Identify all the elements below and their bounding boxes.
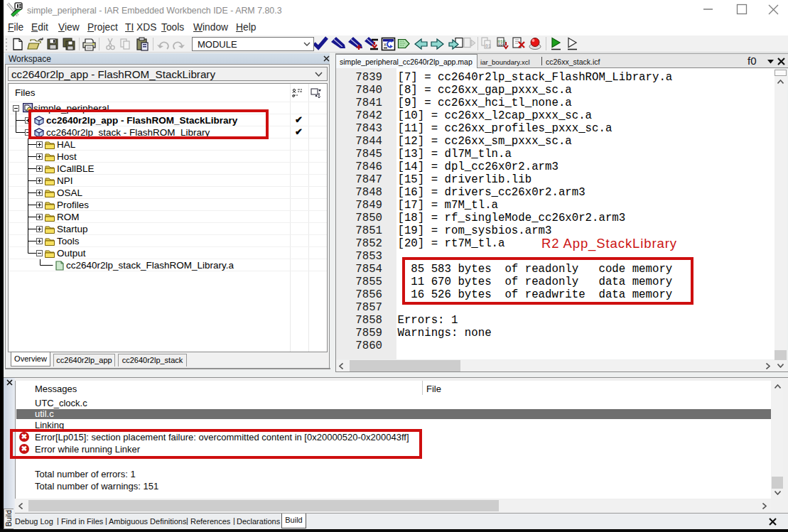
- svg-text:01: 01: [485, 44, 491, 49]
- svg-text:x: x: [384, 41, 387, 48]
